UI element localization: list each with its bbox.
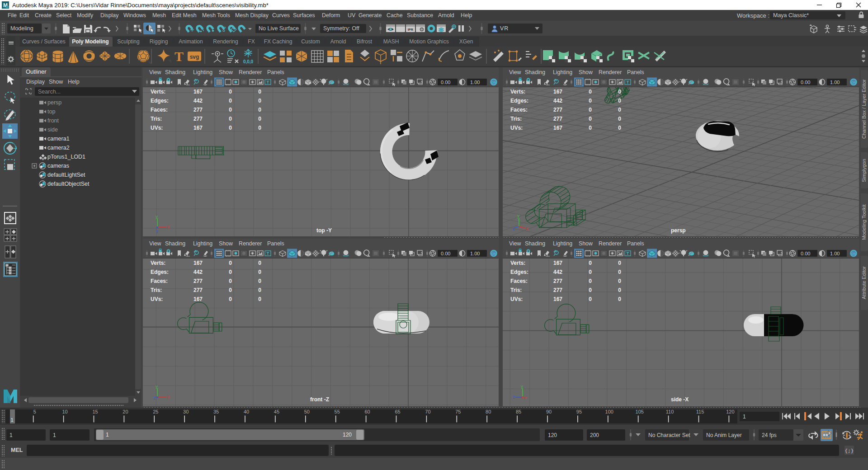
svg-text:ON: ON — [851, 252, 856, 255]
svg-text:75: 75 — [455, 409, 461, 414]
svg-text:T: T — [175, 49, 184, 64]
svg-text:35: 35 — [213, 409, 219, 414]
svg-text:5: 5 — [33, 409, 36, 414]
svg-text:100: 100 — [605, 409, 613, 414]
svg-text:70: 70 — [425, 409, 430, 414]
svg-text:1.00: 1.00 — [830, 80, 840, 85]
svg-text:0.00: 0.00 — [441, 251, 450, 256]
svg-text:0.00: 0.00 — [441, 80, 450, 85]
svg-text:z: z — [513, 226, 515, 231]
svg-text:15: 15 — [92, 409, 98, 414]
svg-text:ON: ON — [851, 81, 856, 84]
svg-text:85: 85 — [516, 409, 521, 414]
svg-text:50: 50 — [304, 409, 310, 414]
svg-text:30: 30 — [183, 409, 189, 414]
svg-text:120: 120 — [726, 409, 734, 414]
svg-text:25: 25 — [153, 409, 158, 414]
svg-text:60: 60 — [364, 409, 370, 414]
svg-text:110: 110 — [666, 409, 674, 414]
svg-text:z: z — [153, 395, 156, 400]
svg-text:115: 115 — [696, 409, 704, 414]
svg-text:x: x — [524, 395, 527, 400]
svg-text:0,0,0: 0,0,0 — [243, 59, 254, 64]
svg-text:svg: svg — [190, 54, 199, 60]
svg-text:105: 105 — [636, 409, 644, 414]
svg-text:65: 65 — [395, 409, 400, 414]
svg-text:90: 90 — [546, 409, 552, 414]
svg-text:T: T — [627, 80, 629, 85]
svg-text:x: x — [167, 225, 170, 230]
svg-text:ON: ON — [491, 81, 496, 84]
svg-text:45: 45 — [274, 409, 279, 414]
svg-text:x: x — [167, 395, 170, 400]
svg-text:ON: ON — [491, 252, 496, 255]
svg-text:T: T — [627, 251, 629, 256]
svg-text:0.00: 0.00 — [801, 251, 810, 256]
svg-text:y: y — [156, 214, 158, 219]
svg-text:y: y — [156, 384, 158, 389]
svg-text:T: T — [267, 80, 269, 85]
svg-text:1.00: 1.00 — [470, 80, 480, 85]
svg-text:z: z — [513, 395, 515, 400]
svg-text:y: y — [521, 384, 523, 389]
svg-text:T: T — [267, 251, 269, 256]
svg-text:55: 55 — [335, 409, 340, 414]
svg-text:{;}: {;} — [845, 448, 854, 454]
svg-text:40: 40 — [244, 409, 249, 414]
svg-text:1.00: 1.00 — [830, 251, 840, 256]
svg-text:y: y — [517, 213, 519, 218]
svg-text:1.00: 1.00 — [470, 251, 480, 256]
svg-text:IPR: IPR — [408, 28, 414, 32]
svg-text:0.00: 0.00 — [801, 80, 810, 85]
svg-text:95: 95 — [576, 409, 582, 414]
svg-text:z: z — [156, 229, 158, 234]
svg-text:x: x — [526, 226, 528, 231]
svg-text:80: 80 — [486, 409, 491, 414]
svg-text:10: 10 — [62, 409, 67, 414]
svg-text:20: 20 — [123, 409, 128, 414]
